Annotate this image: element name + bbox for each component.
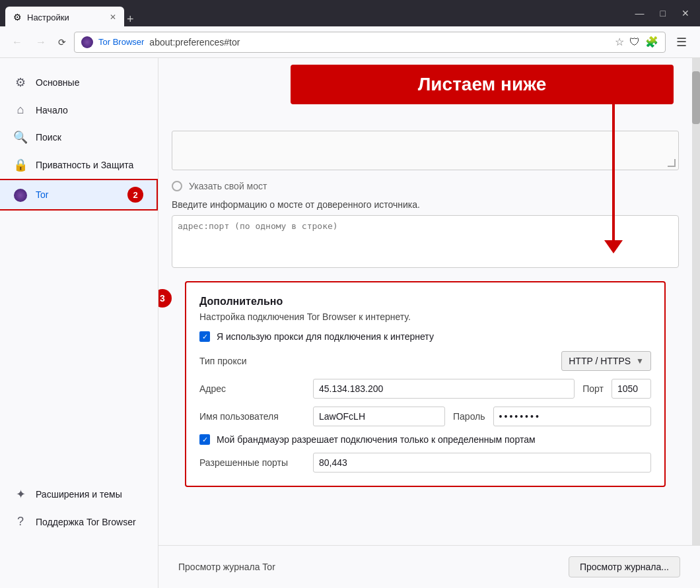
proxy-type-arrow: ▼ <box>636 356 644 366</box>
extensions-sidebar-icon: ✦ <box>13 487 28 502</box>
custom-bridge-label: Указать свой мост <box>189 181 267 191</box>
tab-area: ⚙ Настройки ✕ + <box>5 0 630 26</box>
scroll-arrow <box>561 95 666 253</box>
titlebar: ⚙ Настройки ✕ + — □ ✕ <box>0 0 700 26</box>
sidebar-item-general[interactable]: ⚙ Основные <box>0 69 158 96</box>
proxy-checkmark: ✓ <box>202 333 208 341</box>
proxy-type-label: Тип прокси <box>199 356 305 366</box>
firewall-checkbox-label: Мой брандмауэр разрешает подключения тол… <box>217 434 536 445</box>
username-label: Имя пользователя <box>199 411 305 422</box>
password-label: Пароль <box>453 411 485 422</box>
username-input[interactable] <box>313 407 445 426</box>
sidebar-item-extensions[interactable]: ✦ Расширения и темы <box>0 480 158 508</box>
proxy-checkbox[interactable]: ✓ <box>199 331 210 342</box>
custom-bridge-radio[interactable] <box>172 181 182 191</box>
proxy-type-select[interactable]: HTTP / HTTPS ▼ <box>561 351 651 371</box>
scrollbar-track <box>692 58 700 545</box>
tor-badge: 2 <box>127 187 143 203</box>
minimize-button[interactable]: — <box>630 5 650 21</box>
tab-title: Настройки <box>27 13 69 22</box>
section3-content: Дополнительно Настройка подключения Tor … <box>185 281 666 487</box>
section3-badge: 3 <box>158 289 172 308</box>
search-icon: 🔍 <box>13 130 28 145</box>
sidebar-label-support: Поддержка Tor Browser <box>36 517 136 527</box>
firewall-checkmark: ✓ <box>202 436 208 444</box>
firewall-checkbox-row[interactable]: ✓ Мой брандмауэр разрешает подключения т… <box>199 434 651 445</box>
sidebar-label-home: Начало <box>36 105 68 115</box>
privacy-icon: 🔒 <box>13 158 28 172</box>
section3-title: Дополнительно <box>199 296 651 308</box>
sidebar-label-tor: Tor <box>36 189 48 200</box>
bookmark-icon[interactable]: ☆ <box>615 36 624 48</box>
maximize-button[interactable]: □ <box>655 5 671 21</box>
proxy-type-row: Тип прокси HTTP / HTTPS ▼ <box>199 351 651 371</box>
sidebar-label-search: Поиск <box>36 132 61 143</box>
proxy-checkbox-row[interactable]: ✓ Я использую прокси для подключения к и… <box>199 331 651 342</box>
sidebar: ⚙ Основные ⌂ Начало 🔍 Поиск 🔒 Приватност… <box>0 58 158 588</box>
sidebar-item-tor[interactable]: Tor 2 <box>0 179 158 211</box>
main-layout: ⚙ Основные ⌂ Начало 🔍 Поиск 🔒 Приватност… <box>0 58 700 588</box>
address-bar[interactable]: Tor Browser about:preferences#tor ☆ 🛡 🧩 <box>74 32 666 53</box>
password-input[interactable] <box>493 407 651 426</box>
sidebar-item-privacy[interactable]: 🔒 Приватность и Защита <box>0 151 158 179</box>
address-input[interactable] <box>313 379 575 399</box>
tor-browser-label: Tor Browser <box>98 37 144 47</box>
tab-settings-icon: ⚙ <box>13 12 22 22</box>
toolbar: ← → ⟳ Tor Browser about:preferences#tor … <box>0 26 700 58</box>
forward-button[interactable]: → <box>32 34 50 51</box>
additional-section: 3 Дополнительно Настройка подключения To… <box>172 281 679 487</box>
reload-button[interactable]: ⟳ <box>55 34 69 50</box>
proxy-type-value: HTTP / HTTPS <box>569 356 631 366</box>
sidebar-item-support[interactable]: ? Поддержка Tor Browser <box>0 508 158 535</box>
close-button[interactable]: ✕ <box>676 5 695 21</box>
allowed-ports-input[interactable] <box>313 453 651 473</box>
sidebar-label-privacy: Приватность и Защита <box>36 160 133 170</box>
sidebar-item-search[interactable]: 🔍 Поиск <box>0 123 158 151</box>
user-pass-row: Имя пользователя Пароль <box>199 407 651 426</box>
scrollbar-thumb[interactable] <box>692 71 700 124</box>
address-text: about:preferences#tor <box>149 37 610 48</box>
window-controls: — □ ✕ <box>630 5 695 21</box>
address-label: Адрес <box>199 383 305 394</box>
home-icon: ⌂ <box>13 103 28 117</box>
address-row: Адрес Порт <box>199 379 651 399</box>
tab-close-button[interactable]: ✕ <box>110 13 116 22</box>
menu-button[interactable]: ☰ <box>671 32 692 52</box>
view-log-button[interactable]: Просмотр журнала... <box>569 556 680 577</box>
section3-desc: Настройка подключения Tor Browser к инте… <box>199 311 651 322</box>
sidebar-label-extensions: Расширения и темы <box>36 489 122 500</box>
general-icon: ⚙ <box>13 75 28 90</box>
active-tab[interactable]: ⚙ Настройки ✕ <box>5 7 124 28</box>
firewall-checkbox[interactable]: ✓ <box>199 434 210 445</box>
port-label: Порт <box>582 383 604 394</box>
port-input[interactable] <box>612 379 651 399</box>
ports-row: Разрешенные порты <box>199 453 651 473</box>
extensions-icon[interactable]: 🧩 <box>645 36 658 48</box>
allowed-ports-label: Разрешенные порты <box>199 457 305 468</box>
tor-icon <box>13 187 28 201</box>
proxy-checkbox-label: Я использую прокси для подключения к инт… <box>217 331 434 342</box>
tor-browser-icon <box>81 36 93 48</box>
sidebar-label-general: Основные <box>36 77 79 88</box>
sidebar-item-home[interactable]: ⌂ Начало <box>0 96 158 123</box>
support-icon: ? <box>13 515 28 529</box>
footer-section: Просмотр журнала Tor Просмотр журнала... <box>158 545 700 588</box>
back-button[interactable]: ← <box>8 34 26 51</box>
shield-icon[interactable]: 🛡 <box>629 36 640 48</box>
log-label: Просмотр журнала Tor <box>178 562 275 572</box>
new-tab-button[interactable]: + <box>127 13 134 26</box>
